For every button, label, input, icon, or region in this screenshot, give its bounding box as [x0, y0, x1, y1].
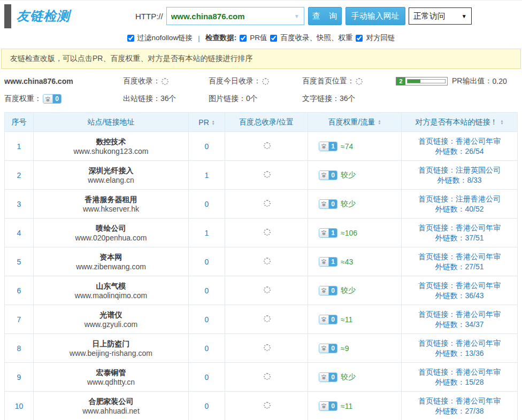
traffic-value: 较少 — [341, 286, 356, 295]
baidu-weight-badge[interactable]: 1 — [319, 257, 337, 267]
site-cell: 数控技术 www.shukong123.com — [34, 132, 189, 161]
query-button[interactable]: 查 询 — [308, 7, 342, 25]
out-links-info[interactable]: 外链数：27/38 — [402, 406, 517, 416]
home-link-info[interactable]: 首页链接：香港公司年审 — [402, 223, 517, 233]
out-links-info[interactable]: 外链数：26/54 — [402, 146, 517, 157]
col-header-baidu-total: 百度总收录/位置 — [225, 113, 308, 132]
site-cell: 喷绘公司 www.020penhua.com — [34, 219, 189, 247]
text-links-label: 文字链接： — [302, 94, 340, 104]
site-url: www.elang.cn — [34, 175, 188, 185]
table-row: 9 宏泰铜管 www.qdhtty.cn 0 0 较少 首页链接：香港公司年审 … — [5, 363, 518, 392]
out-links-info[interactable]: 外链数：37/51 — [402, 233, 517, 243]
pr-value: 0 — [189, 363, 225, 392]
url-dropdown-caret-icon[interactable]: ▼ — [294, 13, 300, 19]
access-mode-select[interactable]: 正常访问 ▼ — [409, 7, 472, 25]
weight-traffic-cell: 0 较少 — [308, 161, 402, 190]
out-links-info[interactable]: 外链数：27/51 — [402, 262, 517, 272]
site-name-link[interactable]: 宏泰铜管 — [34, 368, 188, 377]
home-link-info[interactable]: 首页链接：香港公司年审 — [402, 281, 517, 291]
weight-value: 1 — [328, 229, 337, 237]
weight-traffic-cell: 0 较少 — [308, 276, 402, 305]
pr-value: 0 — [189, 276, 225, 305]
baidu-weight-badge[interactable]: 0 — [319, 372, 337, 382]
paw-icon — [319, 171, 328, 180]
weight-traffic-cell: 1 ≈106 — [308, 219, 402, 247]
site-cell: 山东气模 www.maolinqimo.com — [34, 276, 189, 305]
home-link-info[interactable]: 首页链接：注册香港公司 — [402, 194, 517, 204]
out-links-info[interactable]: 外链数：36/43 — [402, 291, 517, 301]
baidu-total-cell — [225, 247, 308, 276]
loading-spinner-icon — [264, 286, 271, 293]
out-links-info[interactable]: 外链数：8/33 — [402, 175, 517, 185]
col-header-pr[interactable]: PR▲▼ — [189, 113, 225, 132]
baidu-weight-badge[interactable]: 1 — [319, 228, 337, 238]
out-links-info[interactable]: 外链数：40/52 — [402, 204, 517, 214]
weight-value: 0 — [328, 315, 337, 324]
outbound-value: 36个 — [160, 94, 176, 104]
home-link-info[interactable]: 首页链接：香港公司年审 — [402, 136, 517, 146]
baidu-weight-badge[interactable]: 0 — [319, 344, 337, 353]
backlink-cell: 首页链接：香港公司年审 外链数：27/51 — [402, 247, 518, 276]
baidu-weight-badge[interactable]: 0 — [319, 286, 337, 295]
site-url: www.020penhua.com — [34, 233, 188, 243]
home-link-info[interactable]: 首页链接：香港公司年审 — [402, 338, 517, 348]
col-header-weight-traffic[interactable]: 百度权重/流量▲▼ — [308, 113, 402, 132]
baidu-weight-badge[interactable]: 0 — [319, 199, 337, 209]
logo: 友链检测 — [4, 4, 135, 28]
sort-arrows-icon: ▲▼ — [378, 120, 381, 125]
baidu-weight-badge[interactable]: 0 — [319, 170, 337, 180]
traffic-value: ≈106 — [341, 229, 357, 237]
table-row: 5 资本网 www.zibenwang.com 0 1 ≈43 首页链接：香港公… — [5, 247, 518, 276]
backlink-cell: 首页链接：香港公司年审 外链数：27/38 — [402, 392, 518, 420]
home-link-info[interactable]: 首页链接：香港公司年审 — [402, 367, 517, 377]
site-name-link[interactable]: 日上防盗门 — [34, 339, 188, 348]
out-links-info[interactable]: 外链数：15/28 — [402, 377, 517, 387]
pr-checkbox[interactable] — [240, 35, 247, 42]
pr-value: 1 — [189, 219, 225, 247]
site-name-link[interactable]: 合肥家装公司 — [34, 396, 188, 406]
table-row: 6 山东气模 www.maolinqimo.com 0 0 较少 首页链接：香港… — [5, 276, 518, 305]
out-links-info[interactable]: 外链数：34/37 — [402, 320, 517, 330]
weight-traffic-cell: 0 ≈11 — [308, 392, 402, 420]
baidu-total-cell — [225, 219, 308, 247]
home-link-info[interactable]: 首页链接：香港公司年审 — [402, 396, 517, 406]
site-name-link[interactable]: 香港服务器租用 — [34, 195, 188, 204]
traffic-value: 较少 — [341, 199, 356, 209]
col-header-site: 站点/链接地址 — [34, 113, 189, 132]
manual-input-button[interactable]: 手动输入网址 — [346, 7, 405, 25]
baidu-weight-badge[interactable]: 0 — [319, 401, 337, 411]
table-row: 1 数控技术 www.shukong123.com 0 1 ≈74 首页链接：香… — [5, 132, 518, 161]
site-name-link[interactable]: 数控技术 — [34, 137, 188, 146]
baidu-checkbox[interactable] — [270, 35, 277, 42]
home-link-info[interactable]: 首页链接：香港公司年审 — [402, 309, 517, 320]
paw-icon — [319, 258, 328, 266]
table-header-row: 序号 站点/链接地址 PR▲▼ 百度总收录/位置 百度权重/流量▲▼ 对方是否有… — [5, 113, 518, 132]
baidu-weight-badge[interactable]: 0 — [43, 94, 62, 104]
loading-spinner-icon — [264, 200, 271, 207]
traffic-value: ≈11 — [341, 315, 352, 324]
url-input[interactable] — [171, 12, 292, 21]
site-name-link[interactable]: 喷绘公司 — [34, 223, 188, 233]
out-links-info[interactable]: 外链数：13/36 — [402, 348, 517, 359]
image-links-value: 0个 — [246, 94, 258, 104]
site-name-link[interactable]: 资本网 — [34, 252, 188, 262]
loading-spinner-icon — [264, 171, 271, 178]
loading-spinner-icon — [264, 344, 271, 351]
baidu-weight: 百度权重： 0 — [4, 94, 123, 104]
home-link-info[interactable]: 首页链接：注册英国公司 — [402, 165, 517, 175]
col-header-backlink[interactable]: 对方是否有本站的链接！▲▼ — [402, 113, 518, 132]
paw-icon — [319, 142, 328, 151]
backlink-checkbox[interactable] — [356, 35, 363, 42]
baidu-included: 百度收录： — [123, 76, 209, 86]
site-name-link[interactable]: 光谱仪 — [34, 310, 188, 320]
weight-traffic-cell: 0 ≈9 — [308, 334, 402, 363]
site-name-link[interactable]: 山东气模 — [34, 281, 188, 291]
site-name-link[interactable]: 深圳光纤接入 — [34, 166, 188, 175]
backlink-cell: 首页链接：香港公司年审 外链数：34/37 — [402, 305, 518, 334]
home-link-info[interactable]: 首页链接：香港公司年审 — [402, 252, 517, 262]
nofollow-checkbox[interactable] — [127, 35, 134, 42]
sort-arrows-icon: ▲▼ — [501, 120, 504, 125]
baidu-weight-badge[interactable]: 1 — [319, 142, 337, 151]
pr-bar-track — [407, 79, 446, 83]
baidu-weight-badge[interactable]: 0 — [319, 315, 337, 324]
